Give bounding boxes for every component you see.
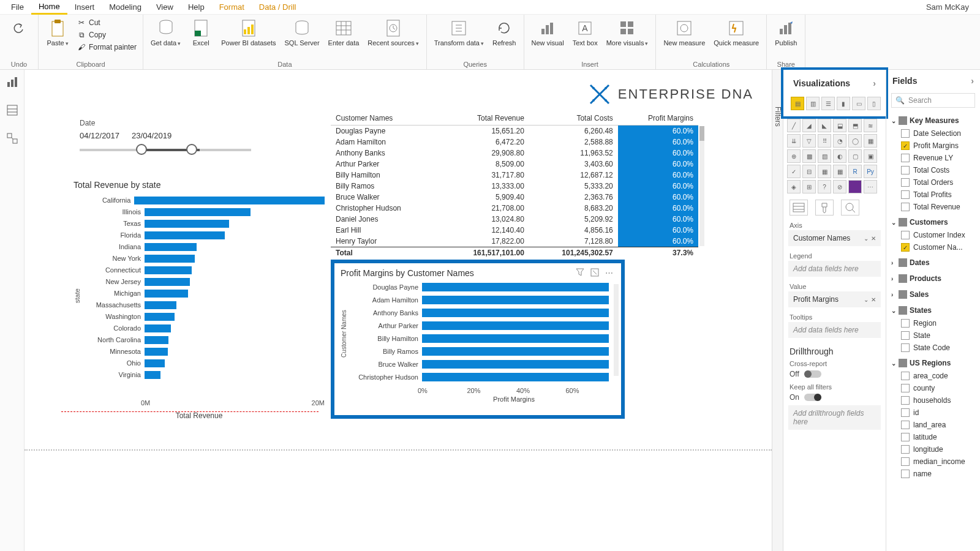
chart-bar[interactable]: Bruce Walker xyxy=(350,359,615,370)
field-item[interactable]: latitude xyxy=(890,431,976,443)
filter-icon[interactable] xyxy=(576,268,586,278)
field-item[interactable]: Revenue LY xyxy=(890,152,976,164)
remove-axis-icon[interactable]: ✕ xyxy=(871,235,876,242)
viz-combo-icon[interactable]: ⬓ xyxy=(833,119,846,132)
checkbox[interactable] xyxy=(901,421,910,429)
viz-multi-card-icon[interactable]: ▣ xyxy=(864,149,877,163)
viz-donut-icon[interactable]: ◯ xyxy=(848,134,862,148)
chart-bar[interactable]: Texas xyxy=(83,218,325,229)
chart-bar[interactable]: North Carolina xyxy=(83,334,325,345)
checkbox[interactable] xyxy=(901,457,910,466)
transform-data-button[interactable]: Transform data xyxy=(432,17,486,48)
viz-card-icon[interactable]: ▢ xyxy=(848,149,862,163)
field-item[interactable]: id xyxy=(890,407,976,419)
viz-key-influencers-icon[interactable]: ◈ xyxy=(787,180,801,193)
col-margins[interactable]: Profit Margins xyxy=(618,111,698,126)
chart-bar[interactable]: Adam Hamilton xyxy=(350,294,615,305)
table-row[interactable]: Christopher Hudson21,708.008,683.2060.0% xyxy=(331,203,698,214)
sql-server-button[interactable]: SQL Server xyxy=(282,17,322,48)
field-item[interactable]: State Code xyxy=(890,342,976,354)
field-item[interactable]: Customer Index xyxy=(890,229,976,241)
viz-pie-icon[interactable]: ◔ xyxy=(833,134,846,148)
field-item[interactable]: Profit Margins xyxy=(890,140,976,152)
viz-stacked-column-icon[interactable]: ▥ xyxy=(806,97,820,110)
focus-mode-icon[interactable] xyxy=(590,268,600,278)
fields-search[interactable]: 🔍Search xyxy=(891,93,975,108)
recent-sources-button[interactable]: Recent sources xyxy=(365,17,421,48)
field-item[interactable]: Region xyxy=(890,317,976,329)
new-visual-button[interactable]: New visual xyxy=(529,17,567,48)
table-row[interactable]: Billy Ramos13,333.005,333.2060.0% xyxy=(331,181,698,192)
chart-bar[interactable]: New York xyxy=(83,253,325,264)
cut-button[interactable]: ✂Cut xyxy=(75,17,138,28)
chart-bar[interactable]: Ohio xyxy=(83,358,325,369)
checkbox[interactable] xyxy=(901,408,910,417)
viz-funnel-icon[interactable]: ▽ xyxy=(802,134,816,148)
table-row[interactable]: Henry Taylor17,822.007,128.8060.0% xyxy=(331,236,698,247)
viz-filled-map-icon[interactable]: ▩ xyxy=(802,149,816,163)
viz-stacked-bar-icon[interactable]: ▤ xyxy=(791,97,804,110)
field-item[interactable]: Customer Na... xyxy=(890,241,976,253)
quick-measure-button[interactable]: Quick measure xyxy=(711,17,761,48)
checkbox[interactable] xyxy=(901,166,910,174)
chart-bar[interactable]: Anthony Banks xyxy=(350,307,615,318)
field-item[interactable]: median_income xyxy=(890,455,976,468)
viz-scatter-icon[interactable]: ⠿ xyxy=(818,134,831,148)
value-well[interactable]: Profit Margins⌄✕ xyxy=(788,291,881,307)
collapse-fields-icon[interactable] xyxy=(971,76,974,86)
field-item[interactable]: Total Costs xyxy=(890,164,976,176)
chart-bar[interactable]: Washington xyxy=(83,311,325,322)
tooltips-well[interactable]: Add data fields here xyxy=(788,322,881,338)
date-slicer[interactable]: Date 04/12/2017 23/04/2019 xyxy=(80,119,251,160)
table-row[interactable]: Anthony Banks29,908.8011,963.5260.0% xyxy=(331,148,698,159)
report-canvas[interactable]: ENTERPRISE DNA Date 04/12/2017 23/04/201… xyxy=(24,70,772,551)
viz-shape-map-icon[interactable]: ▧ xyxy=(818,149,831,163)
filters-pane-collapsed[interactable]: Filters xyxy=(772,70,783,551)
field-group-header[interactable]: ›Products xyxy=(890,272,976,285)
table-row[interactable]: Daniel Jones13,024.805,209.9260.0% xyxy=(331,214,698,225)
chart-bar[interactable]: Michigan xyxy=(83,288,325,299)
menu-view[interactable]: View xyxy=(149,1,181,13)
viz-combo2-icon[interactable]: ⬒ xyxy=(848,119,862,132)
profit-margins-chart[interactable]: Profit Margins by Customer Names ⋯ Custo… xyxy=(331,260,625,419)
viz-treemap-icon[interactable]: ▦ xyxy=(864,134,877,148)
chart-bar[interactable]: California xyxy=(83,195,325,206)
chart-bar[interactable]: Douglas Payne xyxy=(350,282,615,293)
date-from[interactable]: 04/12/2017 xyxy=(80,131,119,140)
slider-handle-right[interactable] xyxy=(186,144,197,155)
format-tab-icon[interactable] xyxy=(815,200,834,216)
field-group-header[interactable]: ⌄Customers xyxy=(890,216,976,229)
viz-slicer-icon[interactable]: ⊟ xyxy=(802,165,816,178)
report-view-button[interactable] xyxy=(4,73,21,91)
cross-report-toggle[interactable] xyxy=(804,370,821,378)
table-row[interactable]: Billy Hamilton31,717.8012,687.1260.0% xyxy=(331,170,698,181)
field-item[interactable]: Total Revenue xyxy=(890,201,976,213)
drillthrough-well[interactable]: Add drillthrough fields here xyxy=(788,405,881,430)
menu-format[interactable]: Format xyxy=(212,1,252,13)
table-row[interactable]: Adam Hamilton6,472.202,588.8860.0% xyxy=(331,137,698,148)
legend-well[interactable]: Add data fields here xyxy=(788,261,881,277)
chart-bar[interactable]: Billy Hamilton xyxy=(350,333,615,344)
checkbox[interactable] xyxy=(901,331,910,340)
checkbox[interactable] xyxy=(901,396,910,405)
chart-bar[interactable]: Colorado xyxy=(83,323,325,334)
menu-file[interactable]: File xyxy=(4,1,31,13)
field-group-header[interactable]: ⌄Key Measures xyxy=(890,114,976,127)
col-revenue[interactable]: Total Revenue xyxy=(440,111,529,126)
slider-handle-left[interactable] xyxy=(136,144,147,155)
new-measure-button[interactable]: New measure xyxy=(661,17,707,48)
customer-table[interactable]: Customer Names Total Revenue Total Costs… xyxy=(331,111,698,258)
viz-ribbon-icon[interactable]: ≋ xyxy=(864,119,877,132)
menu-home[interactable]: Home xyxy=(31,0,67,15)
checkbox[interactable] xyxy=(901,445,910,454)
data-view-button[interactable] xyxy=(4,102,21,119)
viz-table-icon[interactable]: ▦ xyxy=(818,165,831,178)
viz-stacked-area-icon[interactable]: ◣ xyxy=(818,119,831,132)
format-painter-button[interactable]: 🖌Format painter xyxy=(75,42,138,53)
field-item[interactable]: area_code xyxy=(890,370,976,382)
fields-tab-icon[interactable] xyxy=(790,200,808,216)
checkbox[interactable] xyxy=(901,433,910,441)
checkbox[interactable] xyxy=(901,154,910,162)
get-data-button[interactable]: Get data xyxy=(148,17,183,48)
chart-bar[interactable]: Virginia xyxy=(83,369,325,380)
